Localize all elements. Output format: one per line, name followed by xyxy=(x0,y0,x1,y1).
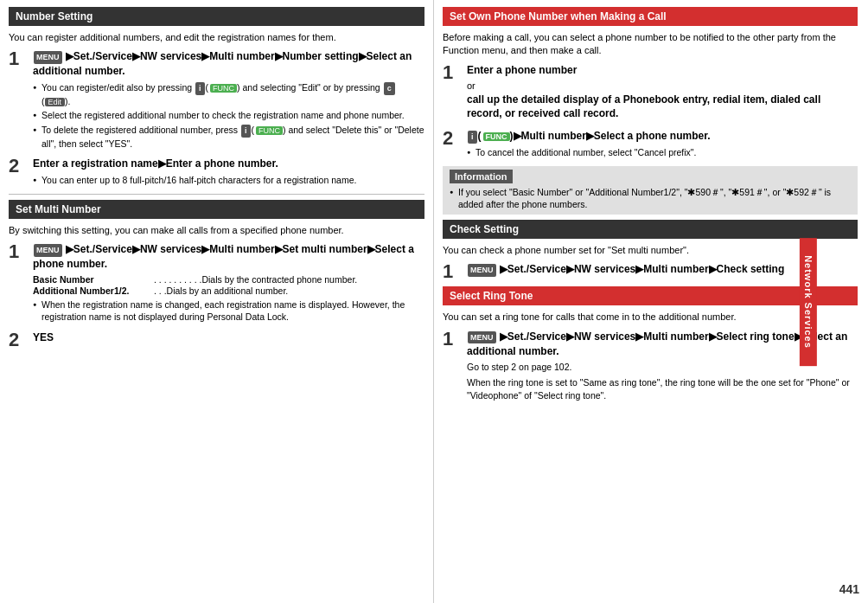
set-multi-header: Set Multi Number xyxy=(9,200,424,219)
basic-num-table: Basic Number . . . . . . . . . . Dials b… xyxy=(33,274,424,296)
check-setting-step1: 1 MENU ▶Set./Service▶NW services▶Multi n… xyxy=(443,262,858,281)
func-icon2: i xyxy=(241,125,251,138)
info-box-text: If you select "Basic Number" or "Additio… xyxy=(450,186,851,211)
set-own-step2-bullets: To cancel the additional number, select … xyxy=(467,146,858,159)
info-box-header: Information xyxy=(450,170,513,183)
select-ring-tone-section: Select Ring Tone You can set a ring tone… xyxy=(443,286,858,401)
basic-num-dots: . . . . . . . . . . xyxy=(154,274,201,285)
right-column: Set Own Phone Number when Making a Call … xyxy=(434,0,868,603)
info-box-content: If you select "Basic Number" or "Additio… xyxy=(450,186,851,211)
edit-icon: c xyxy=(384,82,395,95)
func-label2: FUNC xyxy=(256,126,283,135)
step2-bullet1: You can enter up to 8 full-pitch/16 half… xyxy=(33,174,424,187)
set-multi-step1-num: 1 xyxy=(9,242,28,261)
bullet2: Select the registered additional number … xyxy=(33,109,424,122)
basic-num-desc: Dials by the contracted phone number. xyxy=(201,274,357,285)
number-setting-step2: 2 Enter a registration name▶Enter a phon… xyxy=(9,157,424,188)
select-ring-tone-header: Select Ring Tone xyxy=(443,286,858,305)
set-own-step1-main: Enter a phone number xyxy=(467,63,858,78)
set-multi-step1-main: MENU ▶Set./Service▶NW services▶Multi num… xyxy=(33,242,424,272)
info-box: Information If you select "Basic Number"… xyxy=(443,166,858,215)
set-multi-step1-bullets: When the registration name is changed, e… xyxy=(33,298,424,324)
menu-btn: MENU xyxy=(34,51,62,64)
set-own-bullet1: To cancel the additional number, select … xyxy=(467,146,858,159)
set-multi-bullet1: When the registration name is changed, e… xyxy=(33,298,424,324)
set-own-step2-main: i(FUNC)▶Multi number▶Select a phone numb… xyxy=(467,129,858,144)
set-own-step1-content: Enter a phone number or call up the deta… xyxy=(467,63,858,124)
func-icon3: i xyxy=(468,131,477,144)
network-services-label: Network Services xyxy=(800,238,817,366)
select-ring-step1: 1 MENU ▶Set./Service▶NW services▶Multi n… xyxy=(443,330,858,402)
set-own-step2-num: 2 xyxy=(443,129,462,148)
step2-content: Enter a registration name▶Enter a phone … xyxy=(33,157,424,188)
set-multi-number-section: Set Multi Number By switching this setti… xyxy=(9,200,424,350)
set-multi-step1: 1 MENU ▶Set./Service▶NW services▶Multi n… xyxy=(9,242,424,325)
additional-num-label: Additional Number1/2. xyxy=(33,285,154,296)
set-own-phone-section: Set Own Phone Number when Making a Call … xyxy=(443,7,858,215)
step1-main: MENU ▶Set./Service▶NW services▶Multi num… xyxy=(33,49,424,79)
set-multi-step2-num: 2 xyxy=(9,330,28,350)
edit-label: Edit xyxy=(45,98,66,106)
set-own-phone-desc: Before making a call, you can select a p… xyxy=(443,31,858,58)
set-multi-step2-main: YES xyxy=(33,330,424,345)
set-multi-step1-content: MENU ▶Set./Service▶NW services▶Multi num… xyxy=(33,242,424,325)
divider1 xyxy=(9,194,424,195)
check-setting-header: Check Setting xyxy=(443,220,858,239)
step2-number: 2 xyxy=(9,157,28,176)
page-number: 441 xyxy=(839,582,859,596)
when-text: When the ring tone is set to "Same as ri… xyxy=(467,376,858,401)
func-label: FUNC xyxy=(210,84,237,93)
additional-num-row: Additional Number1/2. . . . Dials by an … xyxy=(33,285,424,296)
bullet3: To delete the registered additional numb… xyxy=(33,124,424,150)
right-inner: Set Own Phone Number when Making a Call … xyxy=(443,7,858,401)
menu-btn4: MENU xyxy=(468,331,496,344)
select-ring-step1-num: 1 xyxy=(443,330,462,349)
step-or: or xyxy=(467,80,858,91)
set-own-step2-content: i(FUNC)▶Multi number▶Select a phone numb… xyxy=(467,129,858,160)
check-setting-section: Check Setting You can check a phone numb… xyxy=(443,220,858,281)
set-own-step1-or-text: call up the detailed display of a Phoneb… xyxy=(467,93,858,122)
step1-number: 1 xyxy=(9,49,28,68)
basic-num-label: Basic Number xyxy=(33,274,154,285)
check-setting-step1-num: 1 xyxy=(443,262,462,281)
step1-bullets: You can register/edit also by pressing i… xyxy=(33,81,424,150)
set-own-step1-num: 1 xyxy=(443,63,462,82)
set-own-phone-header: Set Own Phone Number when Making a Call xyxy=(443,7,858,26)
check-setting-desc: You can check a phone number set for "Se… xyxy=(443,244,858,257)
additional-num-desc: Dials by an additional number. xyxy=(167,285,289,296)
select-ring-tone-desc: You can set a ring tone for calls that c… xyxy=(443,311,858,324)
number-setting-section: Number Setting You can register addition… xyxy=(9,7,424,189)
set-multi-step2: 2 YES xyxy=(9,330,424,350)
menu-btn2: MENU xyxy=(34,244,62,257)
set-own-step1: 1 Enter a phone number or call up the de… xyxy=(443,63,858,124)
set-own-step2: 2 i(FUNC)▶Multi number▶Select a phone nu… xyxy=(443,129,858,160)
number-setting-step1: 1 MENU ▶Set./Service▶NW services▶Multi n… xyxy=(9,49,424,151)
additional-num-dots: . . . xyxy=(154,285,167,296)
step1-content: MENU ▶Set./Service▶NW services▶Multi num… xyxy=(33,49,424,151)
step2-main: Enter a registration name▶Enter a phone … xyxy=(33,157,424,171)
func-icon: i xyxy=(195,82,205,95)
number-setting-desc: You can register additional numbers, and… xyxy=(9,31,424,44)
set-multi-desc: By switching this setting, you can make … xyxy=(9,224,424,237)
func-label3: FUNC xyxy=(483,132,510,141)
menu-btn3: MENU xyxy=(468,264,496,277)
number-setting-header: Number Setting xyxy=(9,7,424,26)
left-column: Number Setting You can register addition… xyxy=(0,0,434,603)
bullet1: You can register/edit also by pressing i… xyxy=(33,81,424,107)
set-multi-step2-content: YES xyxy=(33,330,424,348)
basic-num-row: Basic Number . . . . . . . . . . Dials b… xyxy=(33,274,424,285)
step2-bullets: You can enter up to 8 full-pitch/16 half… xyxy=(33,174,424,187)
